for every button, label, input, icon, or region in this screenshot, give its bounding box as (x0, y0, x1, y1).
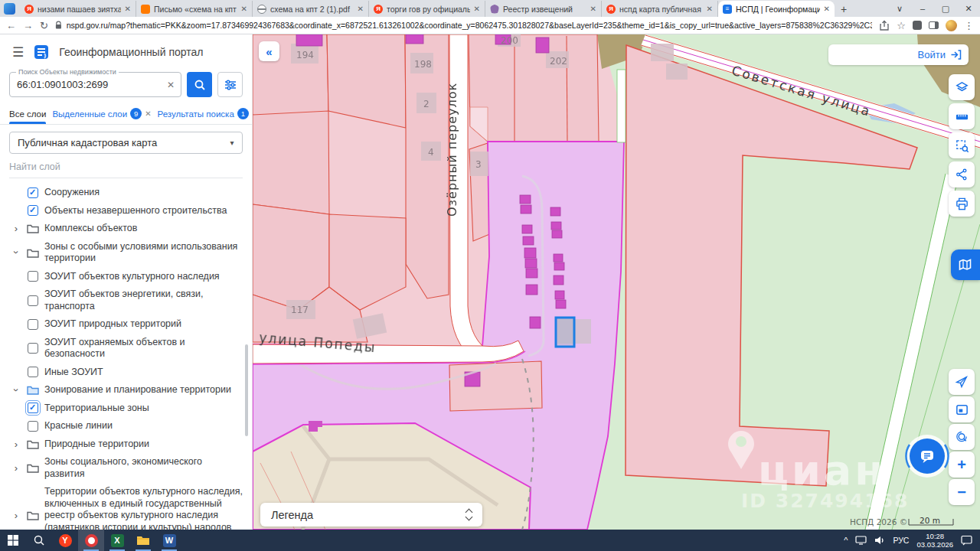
browser-tab[interactable]: схема на кпт 2 (1).pdf ✕ (253, 1, 369, 17)
split-view-icon[interactable] (929, 21, 939, 29)
share-map-button[interactable] (949, 161, 975, 187)
layer-icon-cell[interactable] (26, 187, 40, 198)
tab-close-icon[interactable]: ✕ (474, 5, 480, 13)
clear-search-icon[interactable]: ✕ (167, 80, 181, 90)
browser-logo-icon[interactable] (4, 3, 15, 15)
layer-row[interactable]: › Природные территории (0, 435, 247, 454)
layer-chevron-icon[interactable]: › (10, 385, 22, 396)
layer-row[interactable]: ЗОУИТ объектов энергетики, связи, трансп… (0, 285, 247, 315)
profile-avatar[interactable] (946, 20, 957, 31)
login-bar[interactable]: Войти (828, 44, 969, 65)
language-indicator[interactable]: РУС (893, 536, 909, 545)
search-field[interactable]: Поиск Объекты недвижимости ✕ (9, 72, 181, 97)
network-icon[interactable] (855, 536, 867, 545)
sidebar-scrollbar[interactable] (245, 344, 248, 436)
volume-icon[interactable] (874, 536, 885, 545)
layer-icon-cell[interactable] (26, 367, 40, 377)
layer-checkbox[interactable] (28, 343, 38, 354)
browser-tab[interactable]: Письмо «схема на кпт 2.pdf с ✕ (136, 1, 253, 17)
tab-close-icon[interactable]: ✕ (125, 5, 131, 13)
new-tab-button[interactable]: + (841, 3, 847, 15)
legend-expand-icon[interactable] (466, 510, 472, 520)
layer-icon-cell[interactable] (26, 510, 40, 520)
select-area-button[interactable] (949, 132, 975, 158)
browser-tab[interactable]: Я торги гов ру официальный с ✕ (369, 1, 485, 17)
reload-button[interactable]: ↻ (40, 20, 48, 31)
layer-icon-cell[interactable] (26, 295, 40, 306)
zoom-out-button[interactable]: − (949, 479, 975, 505)
extension-icon[interactable] (913, 21, 922, 30)
close-tab-icon[interactable]: ✕ (145, 109, 151, 118)
clock[interactable]: 10:28 03.03.2026 (916, 532, 953, 549)
layer-row[interactable]: Территориальные зоны (0, 399, 247, 418)
layer-icon-cell[interactable] (26, 463, 40, 473)
tab-close-icon[interactable]: ✕ (358, 5, 364, 13)
layer-checkbox[interactable] (28, 271, 38, 282)
layer-row[interactable]: Красные линии (0, 417, 247, 435)
browser-menu-icon[interactable]: ⋮ (964, 20, 974, 31)
layer-checkbox[interactable] (28, 367, 38, 377)
browser-tab[interactable]: Я нспд карта публичная кадастр ✕ (602, 1, 718, 17)
layer-row[interactable]: › Зоны с особыми условиями использования… (0, 238, 247, 268)
layer-checkbox[interactable] (28, 403, 38, 413)
layer-row[interactable]: ЗОУИТ охраняемых объектов и безопасности (0, 334, 247, 364)
layer-icon-cell[interactable] (26, 223, 40, 233)
layer-row[interactable]: › Зоны социального, экономического разви… (0, 453, 247, 483)
tab-selected-layers[interactable]: Выделенные слои 9 ✕ (52, 103, 151, 124)
layer-group-select[interactable]: Публичная кадастровая карта ▾ (9, 132, 243, 154)
tray-expand-icon[interactable]: ^ (844, 536, 848, 545)
forward-button[interactable]: → (23, 20, 33, 31)
layer-chevron-icon[interactable]: › (11, 462, 21, 474)
layer-row[interactable]: Иные ЗОУИТ (0, 364, 247, 382)
taskbar-explorer[interactable] (130, 530, 156, 551)
layer-row[interactable]: › Зонирование и планирование территории (0, 381, 247, 399)
layer-icon-cell[interactable] (26, 421, 40, 432)
collapse-sidebar-button[interactable]: « (259, 41, 279, 61)
chat-button[interactable] (910, 439, 945, 474)
find-layer-input[interactable]: Найти слой (9, 161, 243, 178)
layer-icon-cell[interactable] (26, 319, 40, 330)
selected-parcel[interactable] (556, 318, 591, 347)
layer-icon-cell[interactable] (26, 385, 40, 395)
maximize-button[interactable]: ▢ (934, 4, 957, 14)
layer-row[interactable]: ЗОУИТ объектов культурного наследия (0, 268, 247, 286)
browser-tab[interactable]: ≡ НСПД | Геоинформационный ✕ (718, 1, 835, 17)
advanced-search-button[interactable] (217, 72, 243, 97)
minimap-button[interactable] (949, 396, 975, 422)
taskbar-active-app[interactable] (78, 530, 104, 551)
road-small-vertical[interactable] (617, 70, 626, 142)
login-button[interactable]: Войти (918, 49, 946, 60)
notification-icon[interactable] (961, 535, 972, 546)
zoom-in-button[interactable]: + (949, 452, 975, 478)
taskbar-search-button[interactable] (26, 530, 52, 551)
layer-chevron-icon[interactable]: › (11, 439, 21, 451)
layer-row[interactable]: ЗОУИТ природных территорий (0, 315, 247, 334)
layer-row[interactable]: Сооружения (0, 184, 247, 202)
minimize-button[interactable]: – (911, 4, 934, 13)
taskbar-yandex-browser[interactable]: Y (52, 530, 78, 551)
profile-caret-icon[interactable]: ∨ (888, 4, 911, 14)
layer-checkbox[interactable] (28, 205, 38, 216)
tab-close-icon[interactable]: ✕ (824, 5, 830, 13)
legend-bar[interactable]: Легенда (260, 503, 482, 527)
map-canvas[interactable]: 194 198 200 202 2 4 3 117 Советская улиц… (253, 34, 980, 530)
layer-row[interactable]: › Территории объектов культурного наслед… (0, 483, 247, 530)
parcel-below-road[interactable] (449, 361, 542, 411)
layer-icon-cell[interactable] (26, 271, 40, 282)
tab-close-icon[interactable]: ✕ (241, 5, 247, 13)
layer-checkbox[interactable] (28, 295, 38, 306)
layer-row[interactable]: Объекты незавершенного строительства (0, 202, 247, 220)
measure-button[interactable] (949, 103, 975, 129)
print-button[interactable] (949, 191, 975, 217)
locate-me-button[interactable] (949, 369, 975, 395)
search-button[interactable] (187, 72, 212, 97)
layer-row[interactable]: › Комплексы объектов (0, 220, 247, 238)
layer-checkbox[interactable] (28, 421, 38, 432)
search-input[interactable] (10, 79, 167, 90)
taskbar-word[interactable]: W (156, 530, 182, 551)
layer-icon-cell[interactable] (26, 403, 40, 413)
layers-button[interactable] (949, 74, 975, 100)
info-panel-button[interactable] (951, 249, 980, 280)
layer-checkbox[interactable] (28, 187, 38, 198)
close-window-button[interactable]: ✕ (957, 4, 980, 14)
